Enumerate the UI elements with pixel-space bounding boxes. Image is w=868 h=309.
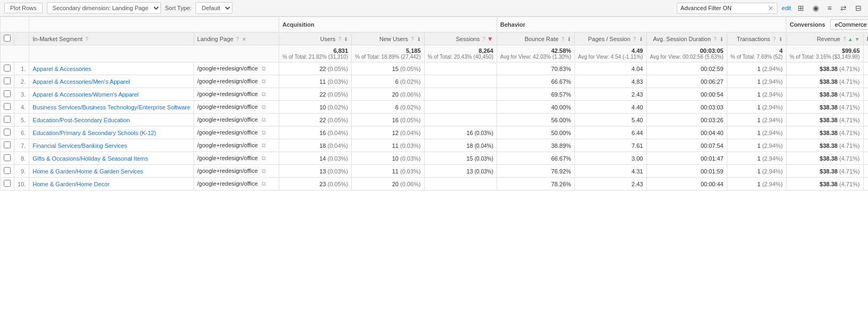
filter-clear-icon[interactable]: ✕ bbox=[768, 4, 774, 12]
row-checkbox[interactable] bbox=[1, 75, 14, 88]
users-cell: 13 (0.03%) bbox=[279, 165, 352, 178]
edit-link[interactable]: edit bbox=[782, 5, 791, 11]
totals-transactions: 4 % of Total: 7.69% (52) bbox=[727, 45, 786, 62]
toolbar: Plot Rows Secondary dimension: Landing P… bbox=[0, 0, 868, 17]
in-market-segment-help-icon[interactable]: ? bbox=[85, 36, 88, 42]
segment-link[interactable]: Home & Garden/Home & Garden Services bbox=[33, 168, 143, 175]
row-checkbox[interactable] bbox=[1, 139, 14, 152]
segment-link[interactable]: Financial Services/Banking Services bbox=[33, 142, 127, 149]
users-header: Users ? ⬇ bbox=[279, 33, 352, 45]
segment-link[interactable]: Business Services/Business Technology/En… bbox=[33, 104, 190, 110]
pages-session-cell: 4.31 bbox=[574, 165, 646, 178]
segment-link[interactable]: Education/Post-Secondary Education bbox=[33, 117, 129, 123]
row-checkbox[interactable] bbox=[1, 101, 14, 114]
avg-session-help-icon[interactable]: ? bbox=[713, 36, 717, 42]
copy-icon[interactable]: ⧉ bbox=[262, 91, 266, 97]
sessions-cell: 15 (0.03%) bbox=[424, 152, 497, 165]
transactions-filter-icon[interactable]: ⬇ bbox=[778, 36, 783, 42]
landing-page-help-icon[interactable]: ? bbox=[236, 36, 239, 42]
plot-rows-button[interactable]: Plot Rows bbox=[4, 3, 43, 13]
new-users-help-icon[interactable]: ? bbox=[411, 36, 414, 42]
bounce-rate-cell: 38.89% bbox=[497, 139, 574, 152]
landing-page-cell: /google+redesign/office ⧉ bbox=[194, 114, 279, 126]
landing-page-close-icon[interactable]: ✕ bbox=[242, 36, 246, 42]
ecommerce-rate-cell: 4.00% bbox=[863, 114, 868, 126]
copy-icon[interactable]: ⧉ bbox=[262, 142, 266, 148]
sessions-help-icon[interactable]: ? bbox=[482, 36, 485, 42]
new-users-cell: 10 (0.03%) bbox=[352, 152, 424, 165]
avg-session-cell: 00:06:27 bbox=[646, 75, 727, 88]
row-checkbox[interactable] bbox=[1, 62, 14, 75]
segment-link[interactable]: Apparel & Accessories/Women's Apparel bbox=[33, 91, 139, 98]
copy-icon[interactable]: ⧉ bbox=[262, 168, 266, 174]
bounce-rate-help-icon[interactable]: ? bbox=[561, 36, 564, 42]
new-users-cell: 16 (0.05%) bbox=[352, 114, 424, 126]
data-table-container: Acquisition Behavior Conversions eCommer… bbox=[0, 17, 868, 191]
pages-session-cell: 4.83 bbox=[574, 75, 646, 88]
sessions-cell: 18 (0.04%) bbox=[424, 139, 497, 152]
bounce-rate-cell: 78.26% bbox=[497, 178, 574, 191]
copy-icon[interactable]: ⧉ bbox=[262, 180, 266, 187]
landing-page-cell: /google+redesign/office ⧉ bbox=[194, 62, 279, 75]
transactions-cell: 1 (2.94%) bbox=[727, 152, 786, 165]
landing-page-header: Landing Page ? ✕ bbox=[194, 33, 279, 45]
segment-link[interactable]: Education/Primary & Secondary Schools (K… bbox=[33, 130, 156, 136]
copy-icon[interactable]: ⧉ bbox=[262, 65, 266, 72]
copy-icon[interactable]: ⧉ bbox=[262, 155, 266, 161]
select-all-checkbox[interactable] bbox=[1, 33, 14, 45]
behavior-header: Behavior bbox=[497, 17, 786, 33]
list-view-icon[interactable]: ≡ bbox=[825, 3, 834, 13]
row-checkbox[interactable] bbox=[1, 88, 14, 101]
pages-session-filter-icon[interactable]: ⬇ bbox=[639, 36, 643, 42]
segment-cell: Financial Services/Banking Services bbox=[29, 139, 194, 152]
users-help-icon[interactable]: ? bbox=[338, 36, 342, 42]
sessions-cell: 23 (0.05%) bbox=[424, 88, 497, 101]
row-number: 8. bbox=[14, 152, 29, 165]
sort-type-select[interactable]: Default bbox=[196, 2, 232, 14]
pie-chart-icon[interactable]: ◉ bbox=[810, 3, 821, 13]
revenue-sort-asc-icon: ▲ bbox=[848, 36, 853, 42]
pivot-icon[interactable]: ⊟ bbox=[853, 3, 864, 13]
bounce-rate-filter-icon[interactable]: ⬇ bbox=[567, 36, 571, 42]
pages-session-cell: 2.43 bbox=[574, 88, 646, 101]
transactions-cell: 1 (2.94%) bbox=[727, 165, 786, 178]
transactions-help-icon[interactable]: ? bbox=[773, 36, 776, 42]
users-cell: 14 (0.03%) bbox=[279, 152, 352, 165]
avg-session-filter-icon[interactable]: ⬇ bbox=[719, 36, 724, 42]
row-checkbox[interactable] bbox=[1, 126, 14, 139]
grid-view-icon[interactable]: ⊞ bbox=[796, 3, 806, 13]
conversions-select[interactable]: eCommerce bbox=[830, 19, 868, 30]
new-users-filter-icon[interactable]: ⬇ bbox=[417, 36, 421, 42]
users-filter-icon[interactable]: ⬇ bbox=[344, 36, 348, 42]
filter-input[interactable] bbox=[680, 5, 766, 11]
row-number: 1. bbox=[14, 62, 29, 75]
row-checkbox[interactable] bbox=[1, 178, 14, 191]
segment-link[interactable]: Apparel & Accessories bbox=[33, 66, 91, 72]
bounce-rate-header: Bounce Rate ? ⬇ bbox=[497, 33, 574, 45]
transactions-cell: 1 (2.94%) bbox=[727, 75, 786, 88]
row-checkbox[interactable] bbox=[1, 165, 14, 178]
revenue-help-icon[interactable]: ? bbox=[843, 36, 846, 42]
row-number: 9. bbox=[14, 165, 29, 178]
avg-session-duration-header: Avg. Session Duration ? ⬇ bbox=[646, 33, 727, 45]
segment-link[interactable]: Apparel & Accessories/Men's Apparel bbox=[33, 78, 129, 85]
copy-icon[interactable]: ⧉ bbox=[262, 116, 266, 123]
transactions-cell: 1 (2.94%) bbox=[727, 126, 786, 139]
landing-page-cell: /google+redesign/office ⧉ bbox=[194, 88, 279, 101]
copy-icon[interactable]: ⧉ bbox=[262, 104, 266, 110]
pages-session-cell: 7.61 bbox=[574, 139, 646, 152]
segment-link[interactable]: Home & Garden/Home Decor bbox=[33, 181, 109, 187]
row-checkbox[interactable] bbox=[1, 152, 14, 165]
copy-icon[interactable]: ⧉ bbox=[262, 129, 266, 136]
table-row: 4. Business Services/Business Technology… bbox=[1, 101, 869, 114]
pages-session-help-icon[interactable]: ? bbox=[633, 36, 636, 42]
new-users-cell: 20 (0.06%) bbox=[352, 88, 424, 101]
compare-icon[interactable]: ⇄ bbox=[838, 3, 849, 13]
row-checkbox[interactable] bbox=[1, 114, 14, 126]
copy-icon[interactable]: ⧉ bbox=[262, 78, 266, 84]
secondary-dimension-select[interactable]: Secondary dimension: Landing Page bbox=[47, 2, 161, 14]
bounce-rate-cell: 76.92% bbox=[497, 165, 574, 178]
sessions-sort-icon: ▼ bbox=[487, 35, 493, 43]
sessions-header: Sessions ? ▼ bbox=[424, 33, 497, 45]
segment-link[interactable]: Gifts & Occasions/Holiday & Seasonal Ite… bbox=[33, 155, 148, 162]
